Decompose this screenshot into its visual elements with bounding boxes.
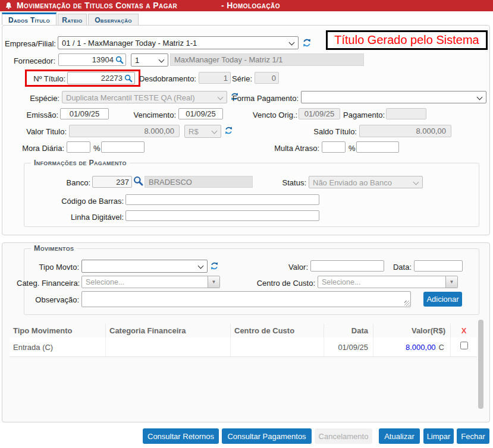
movto-valor-input[interactable]: [310, 260, 384, 272]
col-categoria-financeira: Categoria Financeira: [106, 324, 231, 337]
fornecedor-code-field[interactable]: 13904: [58, 53, 126, 66]
vencto-orig-input: [299, 108, 340, 119]
fornecedor-code-value: 13904: [61, 55, 115, 64]
banco-name-display: BRADESCO: [145, 176, 253, 188]
tipo-movto-label: Tipo Movto:: [18, 263, 79, 272]
row-select-checkbox[interactable]: [460, 342, 468, 349]
annotation-titulo-gerado: Título Gerado pelo Sistema: [326, 30, 488, 50]
vencimento-input[interactable]: [178, 108, 223, 119]
categ-financeira-dropdown-icon[interactable]: ▼: [208, 276, 219, 288]
adicionar-button[interactable]: Adicionar: [423, 292, 462, 307]
fechar-button[interactable]: Fechar: [457, 428, 489, 444]
observacao-textarea[interactable]: [81, 291, 411, 307]
consultar-pagamentos-button[interactable]: Consultar Pagamentos: [222, 428, 312, 444]
col-tipo-movimento: Tipo Movimento: [10, 324, 106, 337]
centro-custo-dropdown-icon[interactable]: ▼: [445, 276, 457, 288]
window-title-bar: Movimentação de Titulos Contas a Pagar -…: [0, 0, 493, 11]
resize-grip-icon[interactable]: [404, 301, 410, 306]
tab-observacao[interactable]: Observação: [88, 14, 139, 25]
table-row: Entrada (C) 01/09/25 8.000,00C: [10, 337, 477, 357]
categ-financeira-combo[interactable]: Selecione... ▼: [81, 276, 220, 288]
movimentos-table-header: Tipo Movimento Categoria Financeira Cent…: [10, 324, 477, 339]
codigo-barras-input[interactable]: [125, 194, 319, 205]
col-valor: Valor(R$): [373, 324, 451, 337]
tab-rateio[interactable]: Rateio: [58, 14, 87, 25]
num-titulo-search-icon[interactable]: [124, 74, 133, 83]
serie-label: Série:: [232, 74, 252, 83]
atualizar-button[interactable]: Atualizar: [379, 428, 420, 444]
banco-search-icon[interactable]: [133, 176, 143, 186]
forma-pagamento-select[interactable]: [301, 91, 486, 103]
num-titulo-field[interactable]: 22273: [67, 72, 135, 84]
multa-atraso-pct-input[interactable]: [322, 141, 346, 153]
especie-value: Duplicata Mercantil TESTE QA (Real): [66, 93, 195, 102]
fornecedor-search-icon[interactable]: [115, 56, 124, 64]
mora-diaria-percent-sign: %: [93, 144, 101, 153]
tab-dados-titulo[interactable]: Dados Título: [2, 12, 56, 25]
mora-diaria-pct-input[interactable]: [67, 141, 90, 153]
informacoes-pagamento-legend: Informações de Pagamento: [31, 159, 130, 167]
cell-tipo-movimento: Entrada (C): [10, 337, 106, 356]
annotation-text: Título Gerado pelo Sistema: [334, 33, 479, 47]
empresa-filial-select[interactable]: 01 / 1 - MaxManager Today - Matriz 1-1: [58, 36, 299, 49]
consultar-retornos-button[interactable]: Consultar Retornos: [143, 428, 219, 444]
observacao-label: Observação:: [18, 295, 79, 304]
centro-custo-combo[interactable]: Selecione... ▼: [318, 276, 458, 288]
mora-diaria-valor-input[interactable]: [101, 141, 145, 153]
col-data: Data: [324, 324, 373, 337]
environment-label: - Homologação: [221, 1, 280, 10]
movto-data-input[interactable]: [414, 260, 463, 272]
mora-diaria-label: Mora Diária:: [5, 144, 64, 153]
limpar-button[interactable]: Limpar: [423, 428, 454, 444]
refresh-tipo-movto-icon[interactable]: [210, 261, 219, 270]
fornecedor-name-display: MaxManager Today - Matriz 1/1: [170, 53, 364, 66]
pagamento-input: [386, 108, 426, 119]
movto-valor-label: Valor:: [263, 263, 308, 272]
tipo-movto-select[interactable]: [81, 260, 208, 273]
centro-custo-placeholder: Selecione...: [318, 276, 445, 288]
emissao-label: Emissão:: [5, 111, 58, 119]
movto-data-label: Data:: [388, 263, 412, 272]
emissao-input[interactable]: [60, 108, 109, 119]
status-value: Não Enviado ao Banco: [313, 178, 392, 187]
cancelamento-button: Cancelamento: [315, 428, 372, 444]
refresh-moeda-icon[interactable]: [224, 126, 233, 135]
banco-label: Banco:: [30, 178, 90, 187]
cell-valor: 8.000,00C: [373, 337, 451, 356]
table-scrollbar[interactable]: [478, 320, 483, 409]
empresa-filial-label: Empresa/Filial:: [5, 39, 55, 48]
fornecedor-label: Fornecedor:: [5, 56, 55, 65]
cell-categoria-financeira: [106, 337, 231, 356]
valor-titulo-label: Valor Titulo:: [5, 127, 67, 136]
linha-digitavel-input[interactable]: [125, 210, 319, 221]
categ-financeira-placeholder: Selecione...: [82, 276, 208, 288]
centro-custo-label: Centro de Custo:: [256, 279, 315, 288]
valor-titulo-input: [69, 125, 180, 137]
refresh-empresa-icon[interactable]: [302, 38, 312, 48]
especie-select: Duplicata Mercantil TESTE QA (Real): [62, 91, 227, 103]
pagamento-label: Pagamento:: [343, 111, 384, 119]
empresa-filial-value: 01 / 1 - MaxManager Today - Matriz 1-1: [62, 39, 197, 48]
cell-centro-custo: [231, 337, 324, 356]
linha-digitavel-label: Linha Digitável:: [30, 213, 124, 222]
forma-pagamento-label: Forma Pagamento:: [232, 94, 299, 103]
banco-code-input[interactable]: [92, 176, 132, 188]
movimentacao-titulos-window: Movimentação de Titulos Contas a Pagar -…: [0, 0, 493, 448]
multa-atraso-valor-input[interactable]: [356, 141, 399, 153]
especie-label: Espécie:: [5, 94, 59, 103]
delete-column-x-icon[interactable]: X: [451, 324, 477, 337]
valor-flag: C: [439, 343, 444, 352]
categ-financeira-label: Categ. Financeira:: [17, 279, 79, 288]
moeda-select: R$: [184, 125, 221, 138]
fornecedor-filial-value: 1: [135, 56, 139, 65]
vencimento-label: Vencimento:: [119, 111, 176, 119]
desdobramento-input[interactable]: [199, 72, 231, 84]
cell-data: 01/09/25: [324, 337, 373, 356]
valor-amount: 8.000,00: [406, 343, 436, 352]
desdobramento-label: Desdobramento:: [137, 74, 196, 83]
status-select: Não Enviado ao Banco: [309, 176, 423, 188]
vencto-orig-label: Vencto Orig.:: [253, 111, 296, 119]
multa-atraso-percent-sign: %: [348, 144, 356, 153]
fornecedor-filial-select[interactable]: 1: [131, 53, 168, 67]
serie-input[interactable]: [255, 72, 279, 84]
